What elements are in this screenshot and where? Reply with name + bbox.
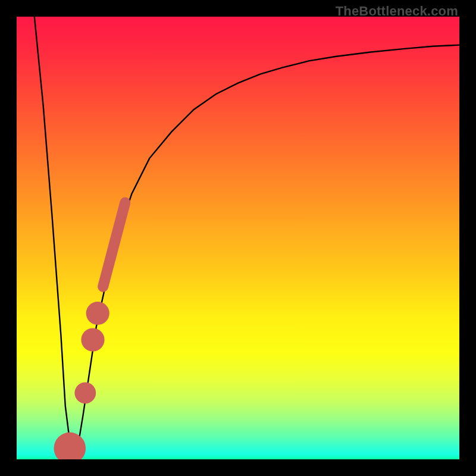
curve-layer [35, 17, 459, 450]
highlight-segment-upper [103, 203, 125, 287]
watermark-text: TheBottleneck.com [336, 4, 458, 19]
marker-layer [54, 203, 126, 460]
highlight-dot-mid [86, 302, 109, 325]
plot-area [17, 17, 459, 459]
highlight-dot-lower-1 [81, 328, 104, 352]
highlight-dot-lower-2 [74, 383, 96, 404]
valley-dot [54, 433, 86, 459]
chart-svg [17, 17, 459, 459]
bottleneck-curve [35, 17, 459, 450]
chart-frame: TheBottleneck.com [0, 0, 476, 476]
